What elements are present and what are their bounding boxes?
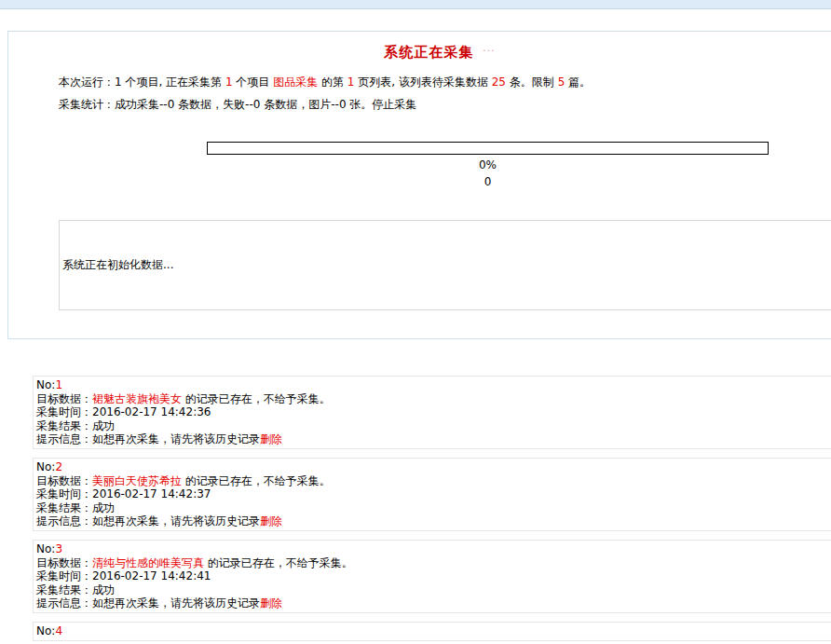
target-label: 目标数据： — [36, 392, 92, 405]
status-message-box: 系统正在初始化数据... — [59, 220, 831, 310]
record-result: 成功 — [92, 501, 115, 514]
run-text: 篇。 — [565, 75, 591, 89]
record-tip-line: 提示信息：如想再次采集，请先将该历史记录删除 — [36, 596, 831, 610]
record-result-line: 采集结果：成功 — [36, 501, 831, 515]
record-time: 2016-02-17 14:42:41 — [92, 569, 211, 582]
run-text: 个项目 — [233, 75, 274, 89]
record-title-link[interactable]: 裙魅古装旗袍美女 — [92, 392, 182, 405]
no-label: No: — [36, 542, 55, 555]
record-no-line: No:2 — [36, 460, 831, 474]
stats-text: 采集统计：成功采集--0 条数据，失败--0 条数据，图片--0 张。 — [59, 98, 372, 111]
record-no: 4 — [55, 624, 62, 637]
record-title-link[interactable]: 清纯与性感的唯美写真 — [92, 556, 204, 569]
record-time-line: 采集时间：2016-02-17 14:42:41 — [36, 569, 831, 583]
top-bar — [0, 0, 831, 9]
target-suffix: 的记录已存在，不给予采集。 — [182, 474, 331, 487]
progress-count: 0 — [207, 175, 769, 188]
record-no: 1 — [55, 378, 62, 391]
no-label: No: — [36, 624, 55, 637]
record-result-line: 采集结果：成功 — [36, 419, 831, 433]
record-no-line: No:1 — [36, 378, 831, 392]
title-animated-dots: ... — [483, 42, 496, 54]
record-no: 2 — [55, 460, 62, 473]
record-no-line: No:4 — [36, 624, 831, 638]
progress-percent: 0% — [207, 158, 769, 171]
time-label: 采集时间： — [36, 405, 92, 418]
record-time-line: 采集时间：2016-02-17 14:42:36 — [36, 405, 831, 419]
time-label: 采集时间： — [36, 569, 92, 582]
run-text: 的第 — [318, 75, 347, 89]
record-time: 2016-02-17 14:42:36 — [92, 405, 211, 418]
record-tip-line: 提示信息：如想再次采集，请先将该历史记录删除 — [36, 432, 831, 446]
record-time-line: 采集时间：2016-02-17 14:42:37 — [36, 487, 831, 501]
run-text: 条。限制 — [506, 75, 558, 89]
delete-link[interactable]: 删除 — [260, 514, 282, 528]
record-list: No:1 目标数据：裙魅古装旗袍美女 的记录已存在，不给予采集。 采集时间：20… — [33, 376, 831, 644]
project-name-link[interactable]: 图品采集 — [273, 75, 318, 89]
record-result: 成功 — [92, 419, 115, 432]
record-time: 2016-02-17 14:42:37 — [92, 487, 211, 500]
target-suffix: 的记录已存在，不给予采集。 — [182, 392, 331, 405]
record-item-3: No:3 目标数据：清纯与性感的唯美写真 的记录已存在，不给予采集。 采集时间：… — [33, 540, 831, 613]
tip-text: 如想再次采集，请先将该历史记录 — [92, 514, 260, 528]
record-item-4: No:4 — [33, 622, 831, 641]
run-text: 页列表, 该列表待采集数据 — [354, 75, 491, 89]
result-label: 采集结果： — [36, 501, 92, 514]
tip-text: 如想再次采集，请先将该历史记录 — [92, 432, 260, 445]
record-no-line: No:3 — [36, 542, 831, 556]
record-item-2: No:2 目标数据：美丽白天使苏希拉 的记录已存在，不给予采集。 采集时间：20… — [33, 458, 831, 531]
no-label: No: — [36, 460, 55, 473]
record-target-line: 目标数据：裙魅古装旗袍美女 的记录已存在，不给予采集。 — [36, 392, 831, 406]
record-title-link[interactable]: 美丽白天使苏希拉 — [92, 474, 182, 487]
run-status-line: 本次运行：1 个项目, 正在采集第 1 个项目 图品采集 的第 1 页列表, 该… — [59, 75, 591, 90]
record-result-line: 采集结果：成功 — [36, 583, 831, 597]
delete-link[interactable]: 删除 — [260, 596, 282, 610]
progress-bar-wrap — [207, 142, 769, 155]
tip-label: 提示信息： — [36, 596, 92, 610]
collector-panel: 系统正在采集... 本次运行：1 个项目, 正在采集第 1 个项目 图品采集 的… — [7, 31, 831, 339]
delete-link[interactable]: 删除 — [260, 432, 282, 445]
target-suffix: 的记录已存在，不给予采集。 — [204, 556, 353, 569]
progress-bar — [207, 142, 769, 155]
result-label: 采集结果： — [36, 419, 92, 432]
target-label: 目标数据： — [36, 474, 92, 487]
record-result: 成功 — [92, 583, 115, 596]
tip-label: 提示信息： — [36, 432, 92, 445]
pending-count: 25 — [492, 75, 506, 89]
result-label: 采集结果： — [36, 583, 92, 596]
record-tip-line: 提示信息：如想再次采集，请先将该历史记录删除 — [36, 514, 831, 528]
time-label: 采集时间： — [36, 487, 92, 500]
record-target-line: 目标数据：美丽白天使苏希拉 的记录已存在，不给予采集。 — [36, 474, 831, 488]
tip-label: 提示信息： — [36, 514, 92, 528]
tip-text: 如想再次采集，请先将该历史记录 — [92, 596, 260, 610]
run-text: 本次运行：1 个项目, 正在采集第 — [59, 75, 225, 89]
record-item-1: No:1 目标数据：裙魅古装旗袍美女 的记录已存在，不给予采集。 采集时间：20… — [33, 376, 831, 449]
page-title: 系统正在采集... — [8, 42, 831, 62]
page-title-text: 系统正在采集 — [384, 44, 473, 61]
project-index: 1 — [225, 75, 233, 89]
record-no: 3 — [55, 542, 62, 555]
stop-collect-link[interactable]: 停止采集 — [372, 98, 416, 111]
status-message: 系统正在初始化数据... — [62, 257, 173, 273]
target-label: 目标数据： — [36, 556, 92, 569]
stats-line: 采集统计：成功采集--0 条数据，失败--0 条数据，图片--0 张。停止采集 — [59, 97, 416, 113]
record-target-line: 目标数据：清纯与性感的唯美写真 的记录已存在，不给予采集。 — [36, 556, 831, 570]
no-label: No: — [36, 378, 55, 391]
